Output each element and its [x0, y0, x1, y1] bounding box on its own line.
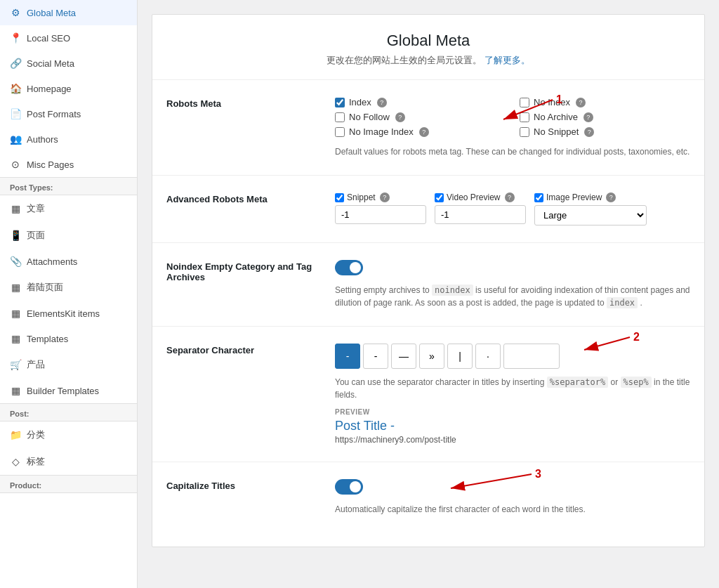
image-preview-field-group: Image Preview ? Large None Standard — [534, 192, 647, 226]
learn-more-link[interactable]: 了解更多。 — [484, 55, 530, 65]
separator-label: Separator Character — [166, 344, 321, 445]
no-archive-help-icon[interactable]: ? — [583, 112, 593, 122]
no-follow-help-icon[interactable]: ? — [395, 112, 405, 122]
elements-icon: ▦ — [10, 308, 21, 319]
robots-meta-section: Robots Meta 1 — [152, 80, 704, 176]
no-archive-label: No Archive — [534, 112, 578, 122]
no-snippet-checkbox[interactable] — [520, 127, 529, 137]
no-image-index-help-icon[interactable]: ? — [419, 127, 429, 137]
sidebar-item-yemian[interactable]: 📱 页面 — [0, 222, 137, 249]
capitalize-section: Capitalize Titles 3 — [152, 462, 704, 533]
index-label: Index — [349, 97, 371, 107]
home-icon: 🏠 — [10, 83, 21, 94]
svg-text:3: 3 — [535, 468, 541, 480]
no-follow-checkbox[interactable] — [335, 112, 345, 122]
no-index-checkbox[interactable] — [520, 98, 529, 107]
noindex-toggle[interactable] — [335, 260, 363, 275]
noindex-content: Setting empty archives to noindex is use… — [335, 260, 690, 309]
advanced-robots-section: Advanced Robots Meta Snippet ? — [152, 176, 704, 243]
no-image-index-checkbox[interactable] — [335, 127, 345, 137]
robots-meta-description: Default values for robots meta tag. Thes… — [335, 145, 690, 158]
sidebar-item-product[interactable]: 🛒 产品 — [0, 351, 137, 378]
robots-meta-label: Robots Meta — [166, 97, 321, 158]
sidebar-item-local-seo[interactable]: 📍 Local SEO — [0, 25, 137, 51]
separator-buttons-row: - - — » | · — [335, 344, 690, 369]
sidebar-item-social-meta[interactable]: 🔗 Social Meta — [0, 51, 137, 76]
checkbox-no-follow: No Follow ? — [335, 112, 506, 122]
sidebar-item-templates[interactable]: ▦ Templates — [0, 326, 137, 351]
noindex-section: Noindex Empty Category and Tag Archives … — [152, 243, 704, 327]
preview-url: https://machinery9.com/post-title — [335, 435, 690, 445]
sidebar-item-global-meta[interactable]: ⚙ Global Meta — [0, 0, 137, 25]
share-icon: 🔗 — [10, 58, 21, 69]
preview-title: Post Title - — [335, 419, 690, 433]
video-preview-field-group: Video Preview ? — [435, 192, 526, 226]
sidebar-item-biaoqian[interactable]: ◇ 标签 — [0, 448, 137, 475]
landing-icon: ▦ — [10, 282, 21, 293]
robots-meta-content: 1 Index ? No Index ? — [335, 97, 690, 158]
pin-icon: 📍 — [10, 32, 21, 44]
table-icon: ▦ — [10, 203, 21, 214]
section-product: Product: — [0, 475, 137, 493]
snippet-checkbox[interactable] — [335, 193, 344, 202]
noindex-code2: index — [607, 297, 638, 308]
image-preview-checkbox[interactable] — [534, 193, 543, 202]
attachment-icon: 📎 — [10, 256, 21, 267]
sidebar-item-homepage[interactable]: 🏠 Homepage — [0, 76, 137, 101]
template-icon: ▦ — [10, 333, 21, 344]
sep-btn-pipe[interactable]: | — [447, 344, 473, 369]
sep-custom-input[interactable] — [503, 344, 560, 369]
video-preview-help-icon[interactable]: ? — [505, 192, 515, 202]
sidebar-item-misc-pages[interactable]: ⊙ Misc Pages — [0, 152, 137, 177]
noindex-code1: noindex — [432, 285, 473, 296]
index-help-icon[interactable]: ? — [377, 98, 387, 107]
sep-btn-dash-active[interactable]: - — [335, 344, 360, 369]
sidebar-item-attachments[interactable]: 📎 Attachments — [0, 249, 137, 274]
users-icon: 👥 — [10, 133, 21, 145]
sep-btn-guillemet[interactable]: » — [419, 344, 444, 369]
sidebar-item-zhuolu[interactable]: ▦ 着陆页面 — [0, 274, 137, 301]
section-post: Post: — [0, 403, 137, 422]
sep-btn-em-dash[interactable]: — — [391, 344, 416, 369]
checkbox-no-snippet: No Snippet ? — [520, 126, 690, 137]
sidebar: ⚙ Global Meta 📍 Local SEO 🔗 Social Meta … — [0, 0, 138, 588]
advanced-robots-content: Snippet ? Video Preview ? — [335, 192, 690, 226]
robots-checkbox-grid: Index ? No Index ? No Follow ? — [335, 97, 690, 137]
arrow-3-svg: 3 — [405, 466, 546, 504]
main-content: Global Meta 更改在您的网站上生效的全局元设置。 了解更多。 Robo… — [138, 0, 719, 588]
folder-icon: 📁 — [10, 429, 21, 440]
snippet-field-group: Snippet ? — [335, 192, 426, 226]
sidebar-item-builder-templates[interactable]: ▦ Builder Templates — [0, 378, 137, 403]
noindex-label: Noindex Empty Category and Tag Archives — [166, 260, 321, 309]
capitalize-toggle[interactable] — [335, 479, 363, 495]
sep-btn-dot[interactable]: · — [475, 344, 501, 369]
page-subtitle: 更改在您的网站上生效的全局元设置。 了解更多。 — [166, 54, 690, 67]
separator-preview: PREVIEW Post Title - https://machinery9.… — [335, 408, 690, 445]
sidebar-item-elementskit[interactable]: ▦ ElementsKit items — [0, 301, 137, 326]
checkbox-no-image-index: No Image Index ? — [335, 126, 506, 137]
snippet-input[interactable] — [335, 205, 426, 224]
page-header: Global Meta 更改在您的网站上生效的全局元设置。 了解更多。 — [152, 15, 704, 80]
no-archive-checkbox[interactable] — [520, 112, 529, 122]
sidebar-item-post-formats[interactable]: 📄 Post Formats — [0, 101, 137, 126]
separator-content: 2 - - — » | · You can use the separator … — [335, 344, 690, 445]
image-preview-select[interactable]: Large None Standard — [534, 205, 647, 226]
advanced-robots-fields: Snippet ? Video Preview ? — [335, 192, 690, 226]
sep-code1: %separator% — [547, 377, 608, 388]
checkbox-no-index: No Index ? — [520, 97, 690, 107]
sidebar-item-wenzang[interactable]: ▦ 文章 — [0, 195, 137, 222]
video-preview-checkbox[interactable] — [435, 193, 444, 202]
index-checkbox[interactable] — [335, 98, 345, 107]
no-snippet-help-icon[interactable]: ? — [584, 127, 594, 137]
sep-btn-dash[interactable]: - — [363, 344, 388, 369]
no-index-help-icon[interactable]: ? — [576, 98, 586, 107]
image-preview-help-icon[interactable]: ? — [606, 192, 616, 202]
snippet-field-label: Snippet ? — [335, 192, 426, 202]
misc-icon: ⊙ — [10, 159, 21, 170]
capitalize-content: 3 Automatically capitalize the first cha… — [335, 479, 690, 516]
svg-line-7 — [451, 474, 532, 488]
sidebar-item-authors[interactable]: 👥 Authors — [0, 126, 137, 152]
sidebar-item-fenlei[interactable]: 📁 分类 — [0, 422, 137, 448]
snippet-help-icon[interactable]: ? — [380, 192, 390, 202]
video-preview-input[interactable] — [435, 205, 526, 224]
